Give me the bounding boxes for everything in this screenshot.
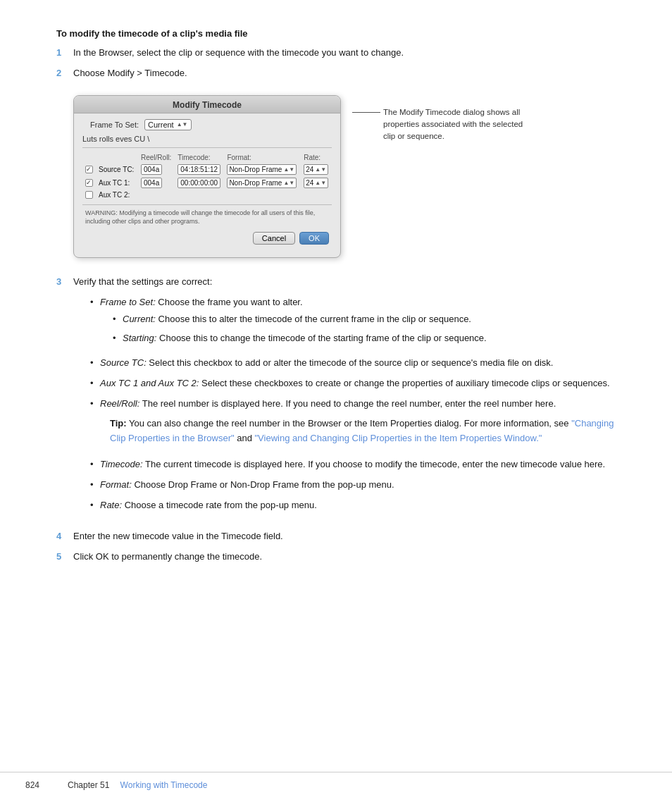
dialog-buttons: Cancel OK xyxy=(82,232,332,245)
tc-col-header: Timecode: xyxy=(175,152,224,163)
step-3-text: Verify that the settings are correct: xyxy=(73,276,212,287)
bullet-format: • Format: Choose Drop Frame or Non-Drop … xyxy=(90,478,616,493)
aux1-format: Non-Drop Frame ▲▼ xyxy=(224,176,301,190)
tip-link2[interactable]: "Viewing and Changing Clip Properties in… xyxy=(255,433,542,443)
sub-bullet-current: • Current: Choose this to alter the time… xyxy=(113,312,487,327)
timecode-content: Timecode: The current timecode is displa… xyxy=(100,457,605,472)
bullet-source-tc: • Source TC: Select this checkbox to add… xyxy=(90,356,616,371)
rate-col-header: Rate: xyxy=(301,152,332,163)
frame-to-set-row: Frame To Set: Current ▲▼ xyxy=(82,119,332,130)
bullet-dot-6: • xyxy=(90,478,100,493)
section-heading: To modify the timecode of a clip's media… xyxy=(56,28,616,39)
sub-bullet-list: • Current: Choose this to alter the time… xyxy=(113,312,487,346)
check-icon-aux2 xyxy=(85,191,93,199)
step-3: 3 Verify that the settings are correct: … xyxy=(56,275,616,519)
starting-term: Starting: xyxy=(123,333,156,343)
tip-and: and xyxy=(235,433,255,443)
separator xyxy=(82,147,332,148)
reel-roll-desc: The reel number is displayed here. If yo… xyxy=(139,398,556,409)
aux2-label: Aux TC 2: xyxy=(96,190,138,201)
bullet-dot-7: • xyxy=(90,498,100,513)
ok-button[interactable]: OK xyxy=(299,232,329,245)
page-content: To modify the timecode of a clip's media… xyxy=(0,0,672,632)
table-row: Source TC: 004a 04:18:51:12 Non-Drop Fra… xyxy=(82,163,332,176)
table-header-row: Reel/Roll: Timecode: Format: Rate: xyxy=(82,152,332,163)
timecode-term: Timecode: xyxy=(100,459,143,469)
step-num-3: 3 xyxy=(56,275,70,519)
steps-4-5-list: 4 Enter the new timecode value in the Ti… xyxy=(56,529,616,565)
bullet-frame-content: Frame to Set: Choose the frame you want … xyxy=(100,295,487,350)
source-reel-input[interactable]: 004a xyxy=(141,164,162,175)
step-num-1: 1 xyxy=(56,46,70,61)
aux2-timecode xyxy=(175,190,224,201)
step-num-4: 4 xyxy=(56,529,70,544)
source-tc-input[interactable]: 04:18:51:12 xyxy=(178,164,220,175)
step-num-2: 2 xyxy=(56,66,70,81)
table-row: Aux TC 2: xyxy=(82,190,332,201)
frame-to-set-select[interactable]: Current ▲▼ xyxy=(144,119,192,130)
source-tc-check[interactable] xyxy=(82,163,96,176)
aux1-check[interactable] xyxy=(82,176,96,190)
reel-col-header: Reel/Roll: xyxy=(138,152,175,163)
bullet-rate: • Rate: Choose a timecode rate from the … xyxy=(90,498,616,513)
aux-tc-content: Aux TC 1 and Aux TC 2: Select these chec… xyxy=(100,376,610,391)
warning-text: WARNING: Modifying a timecode will chang… xyxy=(82,209,332,226)
step3-list: 3 Verify that the settings are correct: … xyxy=(56,275,616,519)
bullet-dot-3: • xyxy=(90,376,100,391)
aux1-format-dropdown[interactable]: Non-Drop Frame ▲▼ xyxy=(227,178,297,188)
footer-chapter-link[interactable]: Working with Timecode xyxy=(120,780,208,790)
aux2-check[interactable] xyxy=(82,190,96,201)
bullet-frame-to-set: • Frame to Set: Choose the frame you wan… xyxy=(90,295,616,350)
aux1-rate: 24 ▲▼ xyxy=(301,176,332,190)
bullet-dot: • xyxy=(90,295,100,350)
check-icon-aux1 xyxy=(85,179,93,187)
source-format-dropdown[interactable]: Non-Drop Frame ▲▼ xyxy=(227,164,297,175)
current-desc: Choose this to alter the timecode of the… xyxy=(156,314,471,324)
dialog-body: Frame To Set: Current ▲▼ Luts rolls eves… xyxy=(74,113,340,250)
label-col-header xyxy=(96,152,138,163)
reel-roll-content: Reel/Roll: The reel number is displayed … xyxy=(100,397,616,452)
rate-content: Rate: Choose a timecode rate from the po… xyxy=(100,498,317,513)
step-1-text: In the Browser, select the clip or seque… xyxy=(73,46,616,61)
aux2-rate xyxy=(301,190,332,201)
step-2-text: Choose Modify > Timecode. xyxy=(73,66,616,81)
sub-bullet-dot: • xyxy=(113,312,123,327)
timecode-desc: The current timecode is displayed here. … xyxy=(143,459,606,469)
footer-separator xyxy=(112,780,117,790)
table-row: Aux TC 1: 004a 00:00:00:00 Non-Drop Fram… xyxy=(82,176,332,190)
step-5-text: Click OK to permanently change the timec… xyxy=(73,550,616,565)
step-3-content: Verify that the settings are correct: • … xyxy=(73,275,616,519)
aux1-tc-input[interactable]: 00:00:00:00 xyxy=(178,178,220,188)
annotation-text: The Modify Timecode dialog shows all pro… xyxy=(383,106,524,143)
starting-content: Starting: Choose this to change the time… xyxy=(123,331,487,346)
format-content: Format: Choose Drop Frame or Non-Drop Fr… xyxy=(100,478,394,493)
source-tc-reel: 004a xyxy=(138,163,175,176)
aux-tc-desc: Select these checkboxes to create or cha… xyxy=(199,378,609,388)
step-4-text: Enter the new timecode value in the Time… xyxy=(73,529,616,544)
tip-label: Tip: xyxy=(110,418,127,429)
current-term: Current: xyxy=(123,314,156,324)
steps-list: 1 In the Browser, select the clip or seq… xyxy=(56,46,616,81)
source-tc-term: Source TC: xyxy=(100,357,147,368)
aux1-rate-input[interactable]: 24 ▲▼ xyxy=(304,178,328,188)
frame-to-set-label: Frame To Set: xyxy=(82,121,139,129)
bullet-dot-2: • xyxy=(90,356,100,371)
source-rate-input[interactable]: 24 ▲▼ xyxy=(304,164,328,175)
page-footer: 824 Chapter 51 Working with Timecode xyxy=(0,772,672,790)
step-1: 1 In the Browser, select the clip or seq… xyxy=(56,46,616,61)
aux2-format xyxy=(224,190,301,201)
step-4: 4 Enter the new timecode value in the Ti… xyxy=(56,529,616,544)
luts-row: Luts rolls eves CU \ xyxy=(82,135,332,143)
sub-bullet-starting: • Starting: Choose this to change the ti… xyxy=(113,331,487,346)
check-icon-source xyxy=(85,166,93,173)
bullet-dot-4: • xyxy=(90,397,100,452)
footer-page-num: 824 xyxy=(25,780,68,790)
format-col-header: Format: xyxy=(224,152,301,163)
frame-to-set-value: Current xyxy=(148,121,174,129)
current-content: Current: Choose this to alter the timeco… xyxy=(123,312,471,327)
source-tc-format: Non-Drop Frame ▲▼ xyxy=(224,163,301,176)
cancel-button[interactable]: Cancel xyxy=(253,232,295,245)
source-tc-rate: 24 ▲▼ xyxy=(301,163,332,176)
frame-to-set-term: Frame to Set: xyxy=(100,297,156,307)
aux1-reel-input[interactable]: 004a xyxy=(141,178,162,188)
